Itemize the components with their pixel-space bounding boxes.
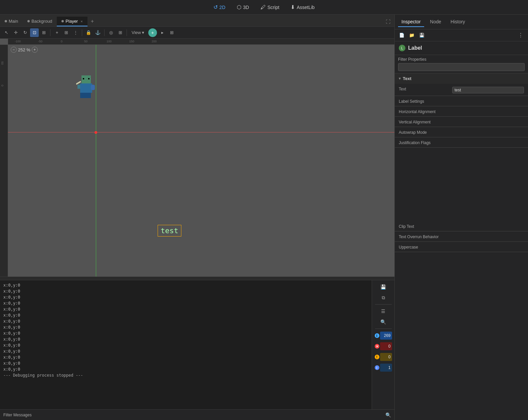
canvas-viewport[interactable]: -100 -50 0 50 100 150 200 50 0 − 252 % + — [0, 39, 394, 277]
canvas-scrollbar[interactable] — [0, 277, 394, 280]
tab-add-button[interactable]: + — [87, 16, 97, 26]
ruler-mark: -100 — [15, 40, 21, 43]
sprite-character — [76, 75, 96, 102]
inspector-save-button[interactable]: 💾 — [417, 31, 426, 40]
filter-properties-input[interactable] — [398, 63, 525, 71]
svg-rect-1 — [80, 83, 92, 93]
bottom-panel: x:0,y:0 x:0,y:0 x:0,y:0 x:0,y:0 x:0,y:0 … — [0, 280, 394, 420]
console-line: x:0,y:0 — [3, 354, 368, 360]
section-text-header[interactable]: ▾ Text — [395, 73, 528, 84]
section-clip-text: Clip Text — [395, 221, 528, 232]
tool-grid-button[interactable]: ⊞ — [62, 28, 70, 37]
tab-main[interactable]: Main — [0, 17, 23, 26]
tool-bones-button[interactable]: ⌖ — [52, 28, 61, 37]
prop-uppercase-value — [452, 244, 524, 245]
3d-label: 3D — [243, 5, 249, 10]
ruler-mark-v2: 0 — [1, 85, 4, 86]
bottom-content: x:0,y:0 x:0,y:0 x:0,y:0 x:0,y:0 x:0,y:0 … — [0, 280, 394, 409]
property-label-settings[interactable]: Label Settings — [395, 96, 528, 106]
property-justification[interactable]: Justification Flags — [395, 137, 528, 147]
script-icon: 🖊 — [260, 4, 266, 10]
ruler-mark: 50 — [84, 40, 87, 43]
prop-text-input[interactable] — [452, 87, 524, 93]
3d-icon: ⬡ — [237, 4, 241, 10]
toolbar-separator-2 — [82, 29, 82, 36]
tool-anchor-button[interactable]: ⚓ — [94, 28, 102, 37]
inspector-node-header: L Label — [395, 41, 528, 55]
property-v-align[interactable]: Vertical Alignment — [395, 117, 528, 127]
script-label: Script — [268, 5, 280, 10]
tab-inspector[interactable]: Inspector — [398, 17, 424, 27]
section-text-arrow: ▾ — [399, 76, 401, 81]
fullscreen-button[interactable]: ⛶ — [382, 17, 394, 26]
toolbar-3d-button[interactable]: ⬡ 3D — [234, 3, 252, 12]
toolbar-script-button[interactable]: 🖊 Script — [258, 3, 282, 12]
tool-select-button[interactable]: ↖ — [2, 28, 11, 37]
ruler-mark: -50 — [38, 40, 42, 43]
section-text-label: Text — [403, 76, 411, 81]
zoom-in-button[interactable]: + — [32, 47, 38, 53]
console-line: x:0,y:0 — [3, 288, 368, 294]
inspector-more-button[interactable]: ⋮ — [516, 31, 525, 40]
section-h-align: Horizontal Alignment — [395, 106, 528, 117]
yellow-count-icon: ! — [375, 355, 379, 359]
prop-v-align-name: Vertical Alignment — [399, 119, 452, 124]
console-line: x:0,y:0 — [3, 348, 368, 354]
tab-player-close[interactable]: × — [80, 19, 82, 23]
svg-rect-3 — [80, 93, 85, 98]
tab-player-label: Player — [65, 19, 78, 24]
bottom-save-button[interactable]: 💾 — [377, 282, 389, 292]
bottom-copy-button[interactable]: ⧉ — [377, 293, 389, 302]
filter-bar: Filter Messages 🔍 — [0, 409, 394, 420]
toolbar-assetlib-button[interactable]: ⬇ AssetLib — [288, 3, 317, 12]
tab-player[interactable]: Player × — [57, 17, 87, 26]
tool-scale-button[interactable]: ⊡ — [30, 28, 39, 37]
inspector-new-script-button[interactable]: 📄 — [397, 31, 406, 40]
count-row-blue: i 269 — [373, 331, 393, 340]
bottom-search-button[interactable]: 🔍 — [377, 317, 389, 327]
add-node-button[interactable]: + — [148, 28, 157, 37]
tool-lock-button[interactable]: 🔒 — [84, 28, 93, 37]
play-scene-button[interactable]: ▸ — [158, 28, 167, 37]
property-overrun[interactable]: Text Overrun Behavior — [395, 232, 528, 242]
tab-node[interactable]: Node — [427, 17, 445, 27]
view-button[interactable]: View ▾ — [129, 28, 147, 37]
filter-messages-input[interactable] — [34, 413, 383, 417]
property-h-align[interactable]: Horizontal Alignment — [395, 106, 528, 116]
2d-icon: ↺ — [213, 4, 218, 10]
toolbar-separator-4 — [127, 29, 127, 36]
tool-snap-button[interactable]: ⊞ — [116, 28, 125, 37]
tool-more-button[interactable]: ⋮ — [71, 28, 80, 37]
console-line: x:0,y:0 — [3, 312, 368, 318]
property-clip-text[interactable]: Clip Text — [395, 221, 528, 231]
console-output: x:0,y:0 x:0,y:0 x:0,y:0 x:0,y:0 x:0,y:0 … — [0, 280, 372, 409]
tool-transform-button[interactable]: ⊞ — [39, 28, 48, 37]
console-line: x:0,y:0 — [3, 360, 368, 366]
zoom-out-button[interactable]: − — [11, 47, 17, 53]
tool-rotate-button[interactable]: ↻ — [21, 28, 29, 37]
prop-name-text: Text — [399, 86, 452, 91]
section-autowrap: Autowrap Mode — [395, 127, 528, 137]
tool-move-button[interactable]: ✛ — [11, 28, 20, 37]
toolbar-2d-button[interactable]: ↺ 2D — [211, 3, 228, 12]
console-line: x:0,y:0 — [3, 336, 368, 342]
view-label: View — [132, 30, 141, 35]
render-mode-button[interactable]: ⊞ — [168, 28, 176, 37]
inspector-open-button[interactable]: 📁 — [407, 31, 416, 40]
property-uppercase[interactable]: Uppercase — [395, 242, 528, 252]
crosshair-horizontal — [8, 132, 394, 132]
tool-pivot-button[interactable]: ◎ — [107, 28, 115, 37]
main-area: Main Backgroud Player × + ⛶ ↖ ✛ ↻ ⊡ ⊞ ⌖ … — [0, 15, 528, 420]
divider — [375, 304, 392, 305]
filter-properties-label: Filter Properties — [398, 57, 525, 62]
tab-backgroud[interactable]: Backgroud — [23, 17, 57, 26]
property-autowrap[interactable]: Autowrap Mode — [395, 127, 528, 137]
red-count-value: 0 — [380, 342, 392, 350]
prop-clip-text-name: Clip Text — [399, 223, 452, 229]
count-row-info: i 1 — [373, 363, 393, 372]
console-line: x:0,y:0 — [3, 342, 368, 348]
tab-history[interactable]: History — [447, 17, 469, 27]
svg-rect-4 — [85, 93, 91, 98]
bottom-filter-button[interactable]: ☰ — [377, 307, 389, 316]
inspector-spacer — [395, 148, 528, 221]
